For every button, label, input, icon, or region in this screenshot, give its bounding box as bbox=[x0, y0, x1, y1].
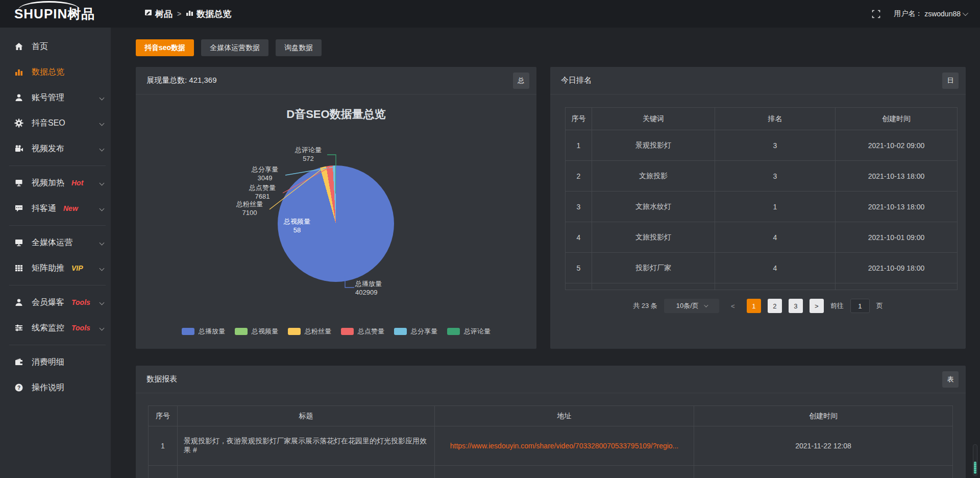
table-row[interactable]: 1景观投影灯32021-10-02 09:00 bbox=[566, 130, 958, 161]
user-icon bbox=[14, 93, 24, 102]
main-content: 抖音seo数据 全媒体运营数据 询盘数据 展现量总数: 421,369 总 D音… bbox=[111, 28, 980, 478]
impressions-total: 展现量总数: 421,369 bbox=[146, 76, 217, 85]
breadcrumb-root[interactable]: 树品 bbox=[144, 8, 173, 20]
svg-text:?: ? bbox=[17, 385, 20, 391]
overview-card: 展现量总数: 421,369 总 D音SEO数据量总览 bbox=[136, 67, 536, 349]
member-icon bbox=[14, 298, 24, 307]
col-header: 序号 bbox=[566, 108, 592, 130]
grid-icon bbox=[14, 264, 24, 273]
screen-heat-icon bbox=[14, 178, 24, 187]
chart-legend: 总播放量 总视频量 总粉丝量 总点赞量 总分享量 总评论量 bbox=[136, 327, 536, 336]
col-header: 序号 bbox=[149, 406, 178, 426]
sidebar-divider bbox=[9, 225, 106, 226]
scrollbar-thumb[interactable] bbox=[974, 462, 976, 474]
page-size-select[interactable]: 10条/页 bbox=[664, 299, 719, 313]
badge-hot: Hot bbox=[71, 179, 83, 187]
page-button-2[interactable]: 2 bbox=[768, 299, 782, 313]
table-row[interactable]: 3文旅水纹灯12021-10-13 18:00 bbox=[566, 192, 958, 222]
total-count: 共 23 条 bbox=[633, 301, 657, 310]
page-button-3[interactable]: 3 bbox=[789, 299, 803, 313]
wallet-icon bbox=[14, 357, 24, 367]
legend-item[interactable]: 总视频量 bbox=[235, 327, 278, 336]
sidebar-item-video-heat[interactable]: 视频加热 Hot bbox=[0, 170, 111, 196]
topbar-right: 用户名： zswodun88 bbox=[872, 9, 980, 18]
today-rank-card: 今日排名 日 序号 关键词 排名 创建时间 bbox=[550, 67, 966, 349]
scrollbar[interactable] bbox=[973, 444, 977, 476]
total-view-button[interactable]: 总 bbox=[513, 73, 529, 89]
tab-douyin-seo[interactable]: 抖音seo数据 bbox=[136, 39, 194, 56]
sidebar-item-douyin-seo[interactable]: 抖音SEO bbox=[0, 110, 111, 136]
next-page-button[interactable]: > bbox=[810, 299, 824, 313]
sidebar-item-account[interactable]: 账号管理 bbox=[0, 85, 111, 110]
video-camera-icon bbox=[14, 144, 24, 153]
chevron-down-icon bbox=[100, 95, 105, 100]
col-header: 创建时间 bbox=[694, 406, 953, 426]
question-circle-icon: ? bbox=[14, 383, 24, 392]
table-row-empty bbox=[566, 283, 958, 290]
col-header: 排名 bbox=[715, 108, 836, 130]
sidebar-item-douketong[interactable]: 抖客通 New bbox=[0, 196, 111, 221]
tab-media-ops[interactable]: 全媒体运营数据 bbox=[201, 39, 268, 56]
rank-table: 序号 关键词 排名 创建时间 1景观投影灯32021-10-02 09:00 bbox=[565, 107, 958, 290]
chat-bubble-icon bbox=[14, 204, 24, 213]
table-view-button[interactable]: 表 bbox=[942, 371, 959, 388]
sidebar-item-video-publish[interactable]: 视频发布 bbox=[0, 136, 111, 161]
col-header: 创建时间 bbox=[836, 108, 958, 130]
sidebar-item-data-overview[interactable]: 数据总览 bbox=[0, 59, 111, 85]
sidebar-item-matrix-boost[interactable]: 矩阵助推 VIP bbox=[0, 255, 111, 281]
legend-item[interactable]: 总粉丝量 bbox=[288, 327, 331, 336]
report-table: 序号 标题 地址 创建时间 1 景观投影灯，夜游景观投影灯厂家展示展示落花灯在花… bbox=[148, 405, 953, 478]
legend-item[interactable]: 总点赞量 bbox=[341, 327, 384, 336]
table-row[interactable]: 5投影灯厂家42021-10-09 18:00 bbox=[566, 253, 958, 283]
pie-label-shares: 总分享量3049 bbox=[246, 165, 284, 182]
table-row[interactable]: 4文旅投影灯42021-10-01 09:00 bbox=[566, 222, 958, 253]
sidebar-divider bbox=[9, 285, 106, 285]
report-card: 数据报表 表 序号 标题 地址 创建时间 bbox=[136, 366, 966, 478]
logo-en: SHUPIN bbox=[14, 6, 67, 21]
logo[interactable]: SHUPIN树品 bbox=[0, 5, 111, 23]
breadcrumb-separator: > bbox=[177, 10, 181, 18]
badge-tools: Tools bbox=[71, 298, 90, 306]
sidebar: 首页 数据总览 账号管理 抖音SEO 视频发布 bbox=[0, 28, 111, 478]
prev-page-button[interactable]: < bbox=[726, 299, 740, 313]
sliders-icon bbox=[14, 323, 24, 332]
pie-chart-area: D音SEO数据量总览 总评论量572 bbox=[136, 94, 536, 348]
chevron-down-icon bbox=[100, 146, 105, 151]
breadcrumb-current[interactable]: 数据总览 bbox=[186, 8, 231, 20]
report-card-title: 数据报表 bbox=[146, 374, 177, 384]
sidebar-item-home[interactable]: 首页 bbox=[0, 34, 111, 59]
gear-icon bbox=[14, 118, 24, 128]
chevron-down-icon bbox=[100, 121, 105, 126]
video-link[interactable]: https://www.iesdouyin.com/share/video/70… bbox=[440, 442, 689, 450]
goto-page-input[interactable] bbox=[850, 299, 870, 313]
sidebar-item-media-ops[interactable]: 全媒体运营 bbox=[0, 230, 111, 255]
sidebar-item-spend-detail[interactable]: 消费明细 bbox=[0, 349, 111, 375]
sidebar-item-member-burst[interactable]: 会员爆客 Tools bbox=[0, 290, 111, 315]
chart-title: D音SEO数据量总览 bbox=[136, 107, 536, 122]
table-row-empty bbox=[149, 466, 953, 478]
app-root: SHUPIN树品 树品 > 数据总览 用户名： zswodun88 bbox=[0, 0, 980, 478]
sidebar-item-lead-monitor[interactable]: 线索监控 Tools bbox=[0, 315, 111, 341]
day-view-button[interactable]: 日 bbox=[942, 73, 959, 89]
chevron-down-icon bbox=[100, 206, 105, 211]
username-value: zswodun88 bbox=[924, 10, 961, 18]
data-tabs: 抖音seo数据 全媒体运营数据 询盘数据 bbox=[136, 39, 966, 56]
table-row[interactable]: 1 景观投影灯，夜游景观投影灯厂家展示展示落花灯在花园里的灯光投影应用效果 # … bbox=[149, 426, 953, 466]
bar-chart-icon bbox=[186, 9, 193, 19]
chevron-down-icon bbox=[963, 10, 968, 16]
legend-item[interactable]: 总播放量 bbox=[182, 327, 225, 336]
legend-item[interactable]: 总分享量 bbox=[394, 327, 437, 336]
pie-label-likes: 总点赞量7681 bbox=[243, 183, 282, 201]
legend-item[interactable]: 总评论量 bbox=[447, 327, 491, 336]
user-menu[interactable]: 用户名： zswodun88 bbox=[894, 9, 967, 18]
badge-tools: Tools bbox=[71, 324, 90, 332]
sidebar-item-help[interactable]: ? 操作说明 bbox=[0, 375, 111, 400]
table-row[interactable]: 2文旅投影32021-10-13 18:00 bbox=[566, 161, 958, 192]
chevron-down-icon bbox=[100, 240, 105, 245]
pagination: 共 23 条 10条/页 < 1 2 3 > 前往 页 bbox=[550, 299, 966, 313]
page-button-1[interactable]: 1 bbox=[747, 299, 761, 313]
tab-inquiry[interactable]: 询盘数据 bbox=[276, 39, 322, 56]
bar-chart-icon bbox=[14, 67, 24, 77]
fullscreen-icon[interactable] bbox=[872, 10, 880, 18]
chevron-down-icon bbox=[100, 300, 105, 305]
